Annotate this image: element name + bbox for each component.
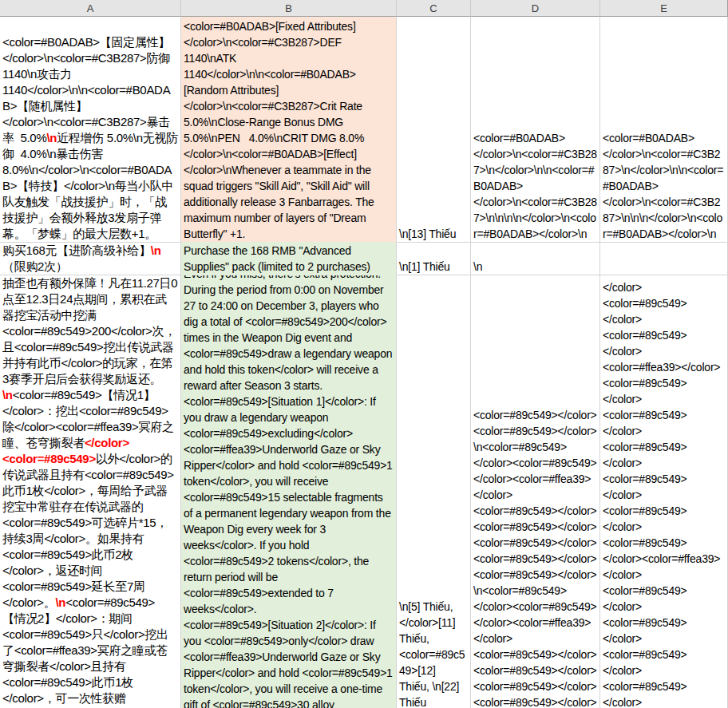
cell-E1-text: <color=#B0ADAB></color>\n<color=#C3B287>… (603, 130, 725, 242)
cell-D1-text: <color=#B0ADAB></color>\n<color=#C3B287>… (473, 130, 597, 242)
cell-B3-text: Even if you miss, there's extra protecti… (184, 275, 394, 708)
cell-A1-text: <color=#B0ADAB>【固定属性】</color>\n<color=#C… (2, 34, 178, 242)
spreadsheet-row-2: 购买168元【进阶高级补给】\n （限购2次） Purchase the 168… (0, 243, 728, 275)
cell-B2[interactable]: Purchase the 168 RMB "Advanced Supplies"… (181, 243, 397, 275)
cell-C2[interactable]: \n[1] Thiếu (397, 243, 471, 275)
cell-A2-text: 购买168元【进阶高级补给】\n （限购2次） (2, 243, 178, 275)
column-header-c[interactable]: C (397, 0, 471, 17)
cell-C1[interactable]: \n[13] Thiếu (397, 17, 471, 243)
spreadsheet-row-3: 抽歪也有额外保障！凡在11.27日0点至12.3日24点期间，累积在武器挖宝活动… (0, 275, 728, 708)
cell-C3-text: \n[5] Thiếu, </color>[11] Thiếu, <color=… (399, 599, 468, 708)
column-header-row: A B C D E (0, 0, 728, 17)
cell-E1[interactable]: <color=#B0ADAB></color>\n<color=#C3B287>… (600, 17, 728, 243)
column-header-b[interactable]: B (181, 0, 397, 17)
column-header-e[interactable]: E (600, 0, 728, 17)
cell-D1[interactable]: <color=#B0ADAB></color>\n<color=#C3B287>… (471, 17, 600, 243)
cell-B2-text: Purchase the 168 RMB "Advanced Supplies"… (184, 243, 394, 275)
cell-D3[interactable]: <color=#89c549></color> <color=#89c549><… (471, 275, 600, 708)
cell-C3[interactable]: \n[5] Thiếu, </color>[11] Thiếu, <color=… (397, 275, 471, 708)
cell-A1[interactable]: <color=#B0ADAB>【固定属性】</color>\n<color=#C… (0, 17, 181, 243)
spreadsheet-row-1: <color=#B0ADAB>【固定属性】</color>\n<color=#C… (0, 17, 728, 243)
cell-E3-text: <color=#89c549></color> <color=#89c549><… (603, 275, 725, 708)
cell-D3-text: <color=#89c549></color> <color=#89c549><… (473, 407, 597, 708)
cell-B1-text: <color=#B0ADAB>[Fixed Attributes]</color… (184, 18, 394, 242)
cell-C1-text: \n[13] Thiếu (399, 226, 468, 242)
cell-E3[interactable]: <color=#89c549></color> <color=#89c549><… (600, 275, 728, 708)
column-header-d[interactable]: D (471, 0, 600, 17)
cell-A3[interactable]: 抽歪也有额外保障！凡在11.27日0点至12.3日24点期间，累积在武器挖宝活动… (0, 275, 181, 708)
cell-B3[interactable]: Even if you miss, there's extra protecti… (181, 275, 397, 708)
spreadsheet-grid: A B C D E <color=#B0ADAB>【固定属性】</color>\… (0, 0, 728, 708)
cell-D2[interactable]: \n (471, 243, 600, 275)
cell-B1[interactable]: <color=#B0ADAB>[Fixed Attributes]</color… (181, 17, 397, 243)
cell-E2[interactable] (600, 243, 728, 275)
cell-A2[interactable]: 购买168元【进阶高级补给】\n （限购2次） (0, 243, 181, 275)
cell-D2-text: \n (473, 259, 597, 275)
cell-C2-text: \n[1] Thiếu (399, 259, 468, 275)
column-header-a[interactable]: A (0, 0, 181, 17)
cell-A3-text: 抽歪也有额外保障！凡在11.27日0点至12.3日24点期间，累积在武器挖宝活动… (2, 275, 178, 708)
